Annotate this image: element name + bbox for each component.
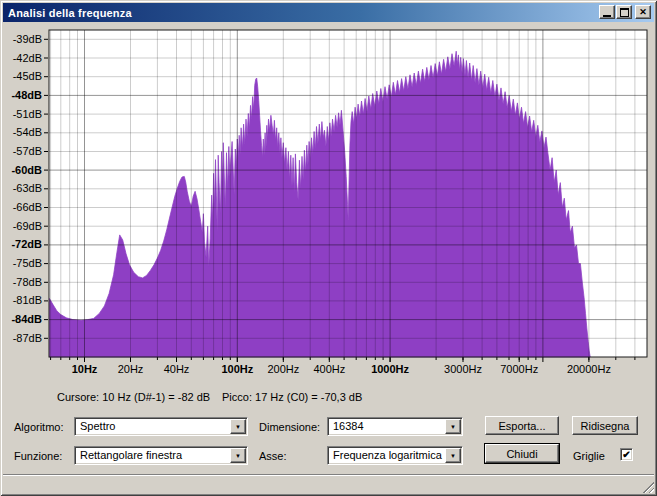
grids-label: Griglie (573, 450, 605, 464)
y-axis-label: -45dB (13, 70, 42, 82)
x-axis-label: 20Hz (118, 363, 144, 375)
maximize-button[interactable] (616, 5, 632, 19)
x-axis-label: 400Hz (313, 363, 345, 375)
window-controls: ✕ (598, 5, 651, 19)
frequency-plot-svg[interactable]: -39dB-42dB-45dB-48dB-51dB-54dB-57dB-60dB… (0, 28, 657, 388)
x-axis-label: 3000Hz (444, 363, 482, 375)
size-value: 16384 (333, 420, 364, 432)
axis-select[interactable]: Frequenza logaritmica ▼ (327, 446, 463, 465)
title-bar[interactable]: Analisi della frequenza ✕ (3, 3, 654, 22)
redraw-button[interactable]: Ridisegna (572, 416, 638, 435)
y-axis-label: -57dB (13, 145, 42, 157)
x-axis-label: 10Hz (72, 363, 98, 375)
chevron-down-icon[interactable]: ▼ (445, 448, 461, 463)
close-dialog-button[interactable]: Chiudi (485, 444, 559, 463)
x-axis-label: 40Hz (164, 363, 190, 375)
y-axis-label: -75dB (13, 257, 42, 269)
x-axis-label: 7000Hz (500, 363, 538, 375)
minimize-icon (603, 15, 611, 17)
function-value: Rettangolare finestra (80, 449, 182, 461)
algorithm-label: Algoritmo: (14, 421, 64, 435)
axis-value: Frequenza logaritmica (333, 449, 442, 461)
y-axis-label: -81dB (13, 294, 42, 306)
chevron-down-icon[interactable]: ▼ (445, 419, 461, 434)
size-select[interactable]: 16384 ▼ (327, 417, 463, 436)
y-axis-label: -42dB (13, 52, 42, 64)
y-axis-label: -54dB (13, 126, 42, 138)
export-button[interactable]: Esporta... (485, 416, 559, 435)
status-bar (3, 474, 654, 493)
minimize-button[interactable] (599, 5, 615, 19)
function-label: Funzione: (14, 450, 62, 464)
y-axis-label: -84dB (11, 313, 42, 325)
y-axis-label: -39dB (13, 33, 42, 45)
grids-checkbox[interactable]: ✔ (620, 448, 633, 461)
x-axis-label: 200Hz (267, 363, 299, 375)
axis-label: Asse: (259, 450, 287, 464)
close-window-button[interactable]: ✕ (635, 5, 651, 19)
y-axis-label: -69dB (13, 220, 42, 232)
cursor-readout: Cursore: 10 Hz (D#-1) = -82 dB (57, 391, 210, 405)
check-icon: ✔ (622, 450, 630, 460)
y-axis-label: -78dB (13, 276, 42, 288)
resize-grip-icon[interactable] (641, 480, 654, 493)
peak-readout: Picco: 17 Hz (C0) = -70,3 dB (222, 391, 362, 405)
x-axis-label: 1000Hz (371, 363, 409, 375)
x-axis-label: 20000Hz (567, 363, 611, 375)
window-title: Analisi della frequenza (8, 7, 132, 19)
algorithm-value: Spettro (80, 420, 115, 432)
size-label: Dimensione: (259, 421, 320, 435)
chevron-down-icon[interactable]: ▼ (230, 419, 246, 434)
y-axis-label: -72dB (11, 238, 42, 250)
y-axis-label: -87dB (13, 332, 42, 344)
frequency-analysis-window: Analisi della frequenza ✕ -39dB-42dB-45d… (0, 0, 657, 496)
y-axis-label: -63dB (13, 182, 42, 194)
y-axis-label: -48dB (11, 89, 42, 101)
algorithm-select[interactable]: Spettro ▼ (74, 417, 248, 436)
close-icon: ✕ (639, 8, 647, 17)
x-axis-label: 100Hz (221, 363, 253, 375)
maximize-icon (620, 8, 629, 17)
function-select[interactable]: Rettangolare finestra ▼ (74, 446, 248, 465)
y-axis-label: -66dB (13, 201, 42, 213)
y-axis-label: -60dB (11, 164, 42, 176)
chevron-down-icon[interactable]: ▼ (230, 448, 246, 463)
y-axis-label: -51dB (13, 108, 42, 120)
